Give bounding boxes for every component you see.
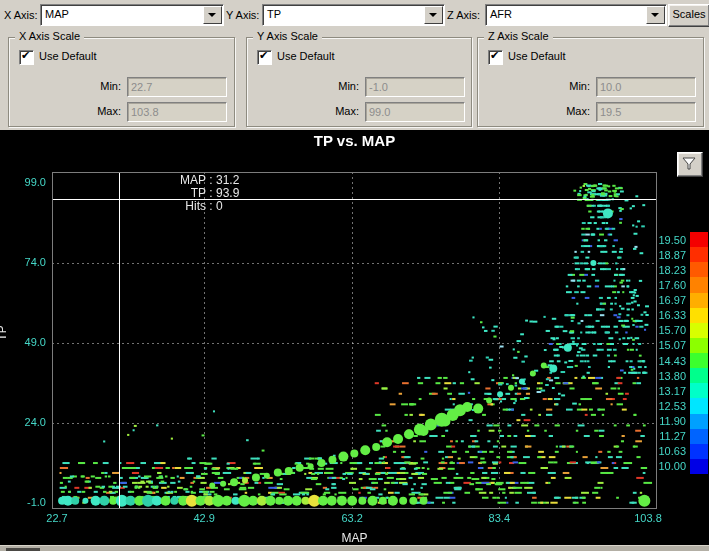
z-axis-scale-group-title: Z Axis Scale bbox=[484, 30, 553, 42]
colorbar-label: 10.00 bbox=[618, 459, 686, 473]
colorbar-segment bbox=[690, 398, 708, 413]
x-tick-label: 42.9 bbox=[193, 512, 214, 524]
colorbar-label: 13.17 bbox=[618, 384, 686, 398]
colorbar-segment bbox=[690, 277, 708, 292]
x-max-label: Max: bbox=[9, 105, 121, 117]
scales-button[interactable]: Scales bbox=[668, 4, 709, 27]
x-axis-title: MAP bbox=[0, 531, 709, 545]
colorbar-segment bbox=[690, 444, 708, 459]
filter-button[interactable] bbox=[677, 152, 703, 177]
bottom-window-edge bbox=[0, 545, 709, 551]
axis-control-panel: X Axis: MAP Y Axis: TP Z Axis: AFR Scale… bbox=[0, 0, 709, 130]
colorbar-segment bbox=[690, 414, 708, 429]
chart-area: TP vs. MAP MAP : 31.2 TP : 93.9 Hits : 0… bbox=[0, 130, 709, 545]
z-min-label: Min: bbox=[478, 80, 590, 92]
colorbar-segment bbox=[690, 459, 708, 474]
y-use-default-label: Use Default bbox=[277, 50, 334, 62]
colorbar-label: 19.50 bbox=[618, 233, 686, 247]
colorbar-segment bbox=[690, 293, 708, 308]
readout-map-value: 31.2 bbox=[216, 173, 239, 187]
z-max-label: Max: bbox=[478, 105, 590, 117]
x-axis-scale-group: X Axis Scale ✔ Use Default Min: Max: bbox=[8, 37, 235, 127]
colorbar-label: 18.23 bbox=[618, 263, 686, 277]
colorbar-segment bbox=[690, 262, 708, 277]
x-tick-label: 22.7 bbox=[46, 512, 67, 524]
z-axis-label: Z Axis: bbox=[447, 9, 480, 21]
colorbar-label: 11.90 bbox=[618, 414, 686, 428]
colorbar-segment bbox=[690, 308, 708, 323]
x-axis-scale-group-title: X Axis Scale bbox=[15, 30, 84, 42]
x-min-input[interactable] bbox=[127, 77, 227, 97]
check-icon: ✔ bbox=[490, 49, 499, 62]
y-axis-scale-group: Y Axis Scale ✔ Use Default Min: Max: bbox=[246, 37, 472, 127]
z-use-default-label: Use Default bbox=[508, 50, 565, 62]
x-axis-select[interactable]: MAP bbox=[40, 4, 224, 26]
y-tick-label: 99.0 bbox=[6, 176, 46, 188]
colorbar-label: 13.80 bbox=[618, 369, 686, 383]
check-icon: ✔ bbox=[259, 49, 268, 62]
colorbar-segment bbox=[690, 323, 708, 338]
colorbar-label: 11.27 bbox=[618, 429, 686, 443]
y-axis-label: Y Axis: bbox=[226, 9, 259, 21]
y-tick-label: 74.0 bbox=[6, 256, 46, 268]
readout-hits-label: Hits bbox=[150, 200, 206, 213]
x-min-label: Min: bbox=[9, 80, 121, 92]
colorbar-label: 16.33 bbox=[618, 308, 686, 322]
z-axis-value: AFR bbox=[490, 8, 512, 20]
scatter-plot-canvas[interactable] bbox=[0, 130, 709, 545]
x-use-default-checkbox[interactable]: ✔ bbox=[19, 50, 34, 65]
colorbar-segment bbox=[690, 232, 708, 247]
y-tick-label: -1.0 bbox=[6, 496, 46, 508]
z-max-input[interactable] bbox=[596, 102, 696, 122]
colorbar-label: 15.07 bbox=[618, 338, 686, 352]
colorbar-segment bbox=[690, 368, 708, 383]
z-axis-select[interactable]: AFR bbox=[485, 4, 667, 26]
colorbar-segment bbox=[690, 338, 708, 353]
y-use-default-checkbox[interactable]: ✔ bbox=[257, 50, 272, 65]
colorbar-label: 16.97 bbox=[618, 293, 686, 307]
colorbar-label: 10.63 bbox=[618, 444, 686, 458]
x-tick-label: 103.8 bbox=[634, 512, 662, 524]
x-tick-label: 63.2 bbox=[341, 512, 362, 524]
y-axis-value: TP bbox=[267, 8, 281, 20]
z-min-input[interactable] bbox=[596, 77, 696, 97]
chevron-down-icon[interactable] bbox=[646, 6, 665, 24]
colorbar-label: 14.43 bbox=[618, 354, 686, 368]
x-axis-value: MAP bbox=[45, 8, 69, 20]
readout-tp-value: 93.9 bbox=[216, 186, 239, 200]
colorbar-segment bbox=[690, 247, 708, 262]
colorbar-segment bbox=[690, 353, 708, 368]
x-tick-label: 83.4 bbox=[489, 512, 510, 524]
chevron-down-icon[interactable] bbox=[203, 6, 222, 24]
funnel-filter-icon bbox=[681, 156, 697, 171]
colorbar-label: 18.87 bbox=[618, 248, 686, 262]
afr-colorbar bbox=[690, 232, 708, 474]
check-icon: ✔ bbox=[21, 49, 30, 62]
y-axis-scale-group-title: Y Axis Scale bbox=[253, 30, 322, 42]
x-axis-label: X Axis: bbox=[4, 9, 38, 21]
y-min-label: Min: bbox=[247, 80, 359, 92]
colorbar-label: 17.60 bbox=[618, 278, 686, 292]
readout-hits-value: 0 bbox=[216, 199, 223, 213]
chart-title: TP vs. MAP bbox=[0, 132, 709, 149]
y-max-input[interactable] bbox=[365, 102, 465, 122]
log-viewer-window: X Axis: MAP Y Axis: TP Z Axis: AFR Scale… bbox=[0, 0, 709, 551]
colorbar-segment bbox=[690, 429, 708, 444]
y-tick-label: 49.0 bbox=[6, 336, 46, 348]
x-use-default-label: Use Default bbox=[39, 50, 96, 62]
y-max-label: Max: bbox=[247, 105, 359, 117]
colorbar-label: 12.53 bbox=[618, 399, 686, 413]
chevron-down-icon[interactable] bbox=[424, 6, 443, 24]
y-axis-select[interactable]: TP bbox=[262, 4, 445, 26]
colorbar-label: 15.70 bbox=[618, 323, 686, 337]
y-tick-label: 24.0 bbox=[6, 416, 46, 428]
x-max-input[interactable] bbox=[127, 102, 227, 122]
z-use-default-checkbox[interactable]: ✔ bbox=[488, 50, 503, 65]
y-min-input[interactable] bbox=[365, 77, 465, 97]
crosshair-readout: MAP : 31.2 TP : 93.9 Hits : 0 bbox=[150, 174, 239, 213]
colorbar-segment bbox=[690, 383, 708, 398]
z-axis-scale-group: Z Axis Scale ✔ Use Default Min: Max: bbox=[477, 37, 704, 127]
